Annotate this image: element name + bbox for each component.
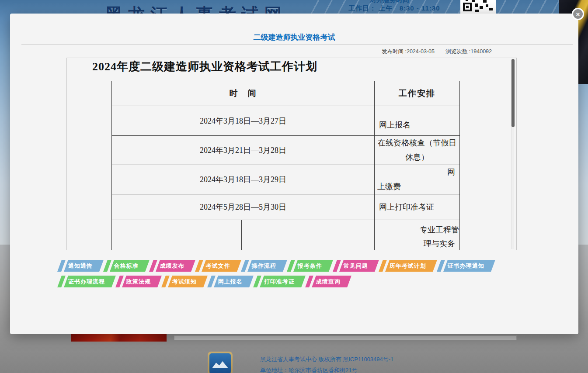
category-tag[interactable]: 操作流程 — [241, 260, 287, 272]
category-tag[interactable]: 网上报名 — [207, 276, 254, 287]
publish-date: 发布时间 :2024-03-05 — [382, 48, 435, 55]
schedule-table: 时 间工作安排2024年3月18日—3月27日网上报名2024年3月21日—3月… — [111, 81, 460, 250]
red-banner-button[interactable] — [71, 334, 167, 342]
content-strip-under-modal — [174, 335, 517, 340]
table-row: 2024年3月21日—3月28日在线资格核查（节假日休息） — [112, 136, 460, 165]
document-heading: 2024年度二级建造师执业资格考试工作计划 — [92, 59, 317, 74]
page-footer: 事业单位 黑龙江省人事考试中心 版权所有 黑ICP11003494号-1 单位地… — [0, 349, 588, 373]
category-tag[interactable]: 报考条件 — [287, 260, 333, 272]
category-tag[interactable]: 成绩查询 — [305, 276, 351, 287]
category-tag[interactable]: 证书办理流程 — [57, 276, 116, 287]
category-tag[interactable]: 考试须知 — [161, 276, 208, 287]
scrollbar-track[interactable] — [511, 59, 514, 249]
work-wrap: 专业工程管理与实务 — [419, 220, 460, 251]
article-scroll-area[interactable]: 2024年度二级建造师执业资格考试工作计划 时 间工作安排2024年3月18日—… — [66, 58, 517, 250]
table-header: 时 间 — [112, 81, 375, 106]
badge-mountain-icon — [212, 361, 228, 368]
qr-code-icon — [460, 0, 496, 14]
category-tag[interactable]: 常见问题 — [333, 260, 379, 272]
category-tag[interactable]: 成绩发布 — [149, 260, 195, 272]
exam-notice-modal: × 二级建造师执业资格考试 发布时间 :2024-03-05 浏览次数 :194… — [10, 14, 578, 334]
category-tag[interactable]: 通知通告 — [57, 260, 104, 272]
time-cell — [242, 220, 375, 251]
view-count: 浏览次数 :1940092 — [445, 48, 492, 55]
category-tag[interactable]: 合格标准 — [103, 260, 150, 272]
footer-address: 单位地址：哈尔滨市香坊区香和街21号 — [260, 365, 393, 373]
table-row: 2024年3月18日—3月27日网上报名 — [112, 106, 460, 136]
time-cell — [112, 220, 242, 251]
category-tag[interactable]: 打印准考证 — [253, 276, 306, 287]
article-meta: 发布时间 :2024-03-05 浏览次数 :1940092 — [382, 48, 492, 55]
service-time-title: 对外服务时间 — [370, 0, 409, 4]
close-icon[interactable]: × — [572, 8, 584, 20]
footer-copyright: 黑龙江省人事考试中心 版权所有 黑ICP11003494号-1 — [260, 354, 393, 365]
time-cell: 2024年3月21日—3月28日 — [112, 136, 375, 165]
category-tag[interactable]: 考试文件 — [195, 260, 241, 272]
category-tag[interactable]: 证书办理通知 — [437, 260, 495, 272]
title-divider — [21, 44, 573, 45]
work-wrapcenter: 在线资格核查（节假日休息） — [375, 136, 460, 165]
scrollbar-thumb[interactable] — [511, 59, 515, 127]
institution-badge: 事业单位 — [208, 352, 233, 373]
table-row: 2024年3月18日—3月29日网上缴费 — [112, 165, 460, 194]
table-header: 工作安排 — [375, 81, 460, 106]
table-row: 9：00专业工程管理与实务 — [112, 220, 460, 251]
category-tag[interactable]: 政策法规 — [115, 276, 162, 287]
category-tags-row2: 证书办理流程政策法规考试须知网上报名打印准考证成绩查询 — [59, 276, 349, 287]
time-cell: 2024年3月18日—3月27日 — [112, 106, 375, 136]
service-hours-text: 工作日： 上午 8:30 - 11:30 — [348, 4, 440, 13]
category-tags-row1: 通知通告合格标准成绩发布考试文件操作流程报考条件常见问题历年考试计划证书办理通知 — [59, 260, 493, 272]
time-cell: 2024年3月18日—3月29日 — [112, 165, 375, 194]
time-cell: 2024年5月28日—5月30日 — [112, 194, 375, 220]
category-tag[interactable]: 历年考试计划 — [379, 260, 437, 272]
work-indent: 网上缴费 — [375, 165, 460, 194]
exam-time: 9：00 — [375, 220, 419, 251]
work-bottom: 网上报名 — [375, 106, 460, 136]
work-left: 网上打印准考证 — [375, 194, 460, 220]
modal-title: 二级建造师执业资格考试 — [10, 32, 578, 42]
table-row: 2024年5月28日—5月30日网上打印准考证 — [112, 194, 460, 220]
page: 黑龙江人事考试网 对外服务时间 工作日： 上午 8:30 - 11:30 — [0, 0, 588, 373]
